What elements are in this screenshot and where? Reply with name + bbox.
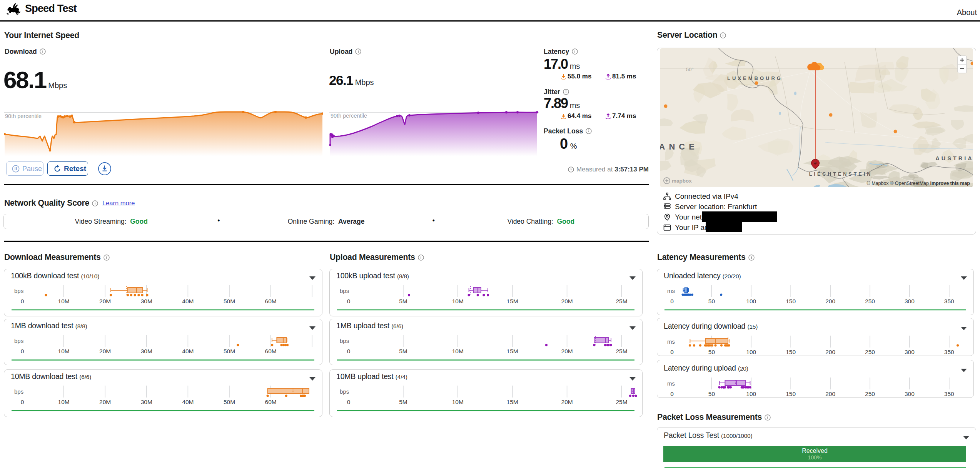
svg-text:bps: bps: [14, 338, 23, 344]
svg-text:ms: ms: [667, 288, 675, 294]
svg-text:200: 200: [825, 298, 835, 304]
svg-text:0: 0: [21, 298, 24, 304]
svg-text:25M: 25M: [616, 399, 627, 405]
svg-text:150: 150: [786, 298, 796, 304]
svg-text:bps: bps: [14, 388, 23, 395]
svg-text:250: 250: [865, 298, 875, 304]
svg-text:50M: 50M: [224, 348, 235, 354]
svg-text:90th percentile: 90th percentile: [5, 113, 42, 119]
svg-text:15M: 15M: [507, 348, 518, 354]
svg-text:20M: 20M: [99, 399, 111, 405]
svg-text:10M: 10M: [452, 348, 464, 354]
svg-text:0: 0: [347, 298, 351, 304]
svg-text:50M: 50M: [224, 298, 235, 304]
svg-text:150: 150: [786, 349, 796, 355]
svg-text:ms: ms: [667, 380, 675, 387]
svg-text:20M: 20M: [99, 348, 111, 354]
svg-text:150: 150: [786, 391, 796, 397]
svg-text:350: 350: [944, 391, 954, 397]
svg-text:10M: 10M: [58, 298, 70, 304]
svg-text:15M: 15M: [507, 399, 518, 405]
svg-text:10M: 10M: [452, 298, 464, 304]
svg-text:40M: 40M: [182, 399, 194, 405]
svg-text:bps: bps: [340, 388, 349, 395]
svg-text:15M: 15M: [507, 298, 518, 304]
svg-text:10M: 10M: [58, 348, 70, 354]
svg-text:LUXEMBOURG: LUXEMBOURG: [727, 75, 783, 81]
svg-text:ms: ms: [667, 338, 675, 345]
svg-text:60M: 60M: [265, 399, 277, 405]
svg-text:50: 50: [708, 349, 715, 355]
svg-text:bps: bps: [340, 338, 349, 344]
svg-text:350: 350: [944, 298, 954, 304]
svg-text:40M: 40M: [182, 298, 194, 304]
svg-text:50°: 50°: [686, 67, 694, 72]
svg-text:5M: 5M: [399, 298, 407, 304]
svg-text:50: 50: [708, 391, 715, 397]
svg-text:100: 100: [746, 391, 756, 397]
svg-text:© Mapbox © OpenStreetMap Impro: © Mapbox © OpenStreetMap Improve this ma…: [866, 181, 970, 186]
svg-text:100: 100: [746, 298, 756, 304]
svg-text:0: 0: [670, 349, 674, 355]
svg-text:300: 300: [905, 391, 915, 397]
svg-text:40M: 40M: [182, 348, 194, 354]
svg-text:0: 0: [347, 348, 351, 354]
svg-text:350: 350: [944, 349, 954, 355]
svg-text:20M: 20M: [99, 298, 111, 304]
svg-text:30M: 30M: [141, 399, 152, 405]
svg-text:250: 250: [865, 391, 875, 397]
svg-text:25M: 25M: [616, 348, 627, 354]
svg-text:mapbox: mapbox: [672, 178, 692, 184]
svg-text:60M: 60M: [265, 298, 277, 304]
svg-text:0: 0: [21, 348, 24, 354]
svg-text:300: 300: [905, 298, 915, 304]
svg-text:200: 200: [825, 349, 835, 355]
svg-text:90th percentile: 90th percentile: [331, 113, 367, 119]
svg-text:30M: 30M: [141, 298, 152, 304]
svg-text:20M: 20M: [561, 298, 573, 304]
svg-text:250: 250: [865, 349, 875, 355]
svg-text:5M: 5M: [399, 348, 407, 354]
svg-text:20M: 20M: [561, 348, 573, 354]
svg-text:0: 0: [670, 391, 674, 397]
svg-text:300: 300: [905, 349, 915, 355]
svg-text:25M: 25M: [616, 298, 627, 304]
svg-text:100: 100: [746, 349, 756, 355]
svg-text:50M: 50M: [224, 399, 235, 405]
svg-text:5M: 5M: [399, 399, 407, 405]
svg-text:10M: 10M: [58, 399, 70, 405]
svg-text:LIECHTENSTEIN: LIECHTENSTEIN: [809, 171, 872, 177]
svg-text:SWITZERLAND: SWITZERLAND: [778, 186, 843, 187]
svg-text:bps: bps: [340, 288, 349, 294]
svg-text:10M: 10M: [452, 399, 464, 405]
svg-text:60M: 60M: [265, 348, 277, 354]
svg-text:0: 0: [670, 298, 674, 304]
svg-text:bps: bps: [14, 288, 23, 294]
svg-text:20M: 20M: [561, 399, 573, 405]
svg-text:AUSTRIA: AUSTRIA: [935, 155, 973, 161]
svg-text:0: 0: [347, 399, 351, 405]
svg-text:FRANCE: FRANCE: [660, 142, 698, 151]
svg-text:200: 200: [825, 391, 835, 397]
svg-text:0: 0: [21, 399, 24, 405]
svg-text:30M: 30M: [141, 348, 152, 354]
svg-text:50: 50: [708, 298, 715, 304]
